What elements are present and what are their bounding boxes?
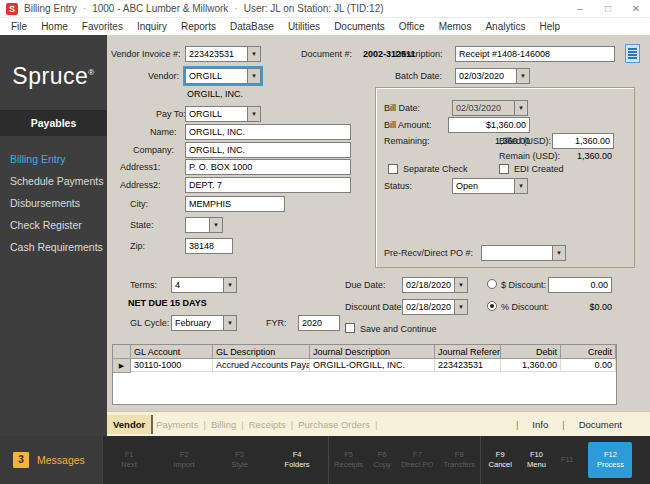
address2-field[interactable]: DEPT. 7 <box>185 177 351 193</box>
menu-item-inquiry[interactable]: Inquiry <box>130 21 174 32</box>
dropdown-arrow-icon[interactable]: ▼ <box>552 246 565 260</box>
batch-date-combo[interactable]: 02/03/2020▼ <box>455 68 530 84</box>
cell-journal-reference[interactable]: 223423531 <box>435 359 501 372</box>
discount-date-combo[interactable]: 02/18/2020▼ <box>402 299 468 315</box>
f1-next-button[interactable]: F1Next <box>121 450 136 470</box>
f11-button[interactable]: F11 <box>561 455 573 465</box>
menu-item-file[interactable]: File <box>4 21 34 32</box>
zip-field[interactable]: 38148 <box>185 238 233 254</box>
column-header-gl-description[interactable]: GL Description <box>213 345 310 359</box>
vendor-full-name: ORGILL, INC. <box>187 89 243 99</box>
cell-gl-account[interactable]: 30110-1000 <box>131 359 213 372</box>
column-header-journal-reference[interactable]: Journal Reference <box>435 345 501 359</box>
menu-item-utilities[interactable]: Utilities <box>281 21 327 32</box>
menu-item-favorites[interactable]: Favorites <box>75 21 130 32</box>
fyr-field[interactable]: 2020 <box>298 315 340 331</box>
f10-menu-button[interactable]: F10Menu <box>527 450 546 470</box>
tab-document[interactable]: Document <box>579 419 622 430</box>
billed-usd-field[interactable]: 1,360.00 <box>552 133 614 149</box>
menu-item-documents[interactable]: Documents <box>327 21 392 32</box>
gl-cycle-combo[interactable]: February▼ <box>171 315 237 331</box>
address1-label: Address1: <box>120 162 161 172</box>
city-field[interactable]: MEMPHIS <box>185 196 285 212</box>
column-header-journal-description[interactable]: Journal Description <box>310 345 435 359</box>
tab-payments[interactable]: Payments <box>153 419 201 430</box>
dollar-discount-radio[interactable] <box>487 279 497 289</box>
sidebar-item-cash-requirements[interactable]: Cash Requirements <box>0 236 107 258</box>
messages-panel[interactable]: 3 Messages <box>0 436 102 484</box>
f2-import-button[interactable]: F2Import <box>173 450 194 470</box>
registered-mark: ® <box>88 68 94 77</box>
zip-label: Zip: <box>130 241 145 251</box>
dropdown-arrow-icon[interactable]: ▼ <box>514 179 527 193</box>
bill-amount-field[interactable]: $1,360.00 <box>448 117 530 133</box>
messages-count-badge[interactable]: 3 <box>13 452 29 468</box>
tab-billing[interactable]: Billing <box>208 419 239 430</box>
table-row[interactable]: ▶ 30110-1000 Accrued Accounts Payable OR… <box>113 359 616 373</box>
vendor-invoice-combo[interactable]: 223423531▼ <box>185 46 261 62</box>
sidebar-item-disbursements[interactable]: Disbursements <box>0 192 107 214</box>
gl-cycle-label: GL Cycle: <box>130 318 169 328</box>
f3-style-button[interactable]: F3Style <box>231 450 248 470</box>
name-field[interactable]: ORGILL, INC. <box>185 124 351 140</box>
separate-check-checkbox[interactable] <box>388 164 398 174</box>
vendor-combo[interactable]: ORGILL▼ <box>185 68 261 84</box>
tab-purchase-orders[interactable]: Purchase Orders <box>295 419 373 430</box>
pre-recv-combo[interactable]: ▼ <box>481 245 566 261</box>
company-field[interactable]: ORGILL, INC. <box>185 142 351 158</box>
dropdown-arrow-icon[interactable]: ▼ <box>454 300 467 314</box>
menu-item-home[interactable]: Home <box>34 21 75 32</box>
menu-item-reports[interactable]: Reports <box>174 21 223 32</box>
f6-copy-button[interactable]: F6Copy <box>373 450 391 470</box>
dropdown-arrow-icon[interactable]: ▼ <box>223 278 236 292</box>
f12-process-button[interactable]: F12Process <box>588 442 632 478</box>
dropdown-arrow-icon[interactable]: ▼ <box>454 278 467 292</box>
close-icon[interactable]: ✕ <box>622 0 650 18</box>
dropdown-arrow-icon[interactable]: ▼ <box>247 69 260 83</box>
column-header-debit[interactable]: Debit <box>501 345 561 359</box>
minimize-icon[interactable]: – <box>566 0 594 18</box>
f9-cancel-button[interactable]: F9Cancel <box>489 450 512 470</box>
description-field[interactable]: Receipt #1408-146008 <box>455 46 615 62</box>
document-list-icon[interactable] <box>625 44 640 63</box>
tab-vendor[interactable]: Vendor <box>107 415 153 434</box>
batch-date-label: Batch Date: <box>395 71 442 81</box>
dollar-discount-field[interactable]: 0.00 <box>548 277 612 293</box>
menu-item-help[interactable]: Help <box>532 21 567 32</box>
f4-folders-button[interactable]: F4Folders <box>285 450 310 470</box>
state-combo[interactable]: ▼ <box>185 217 223 233</box>
dropdown-arrow-icon[interactable]: ▼ <box>223 316 236 330</box>
dropdown-arrow-icon[interactable]: ▼ <box>516 69 529 83</box>
cell-gl-description[interactable]: Accrued Accounts Payable <box>213 359 310 372</box>
due-date-combo[interactable]: 02/18/2020▼ <box>402 277 468 293</box>
status-combo[interactable]: Open▼ <box>452 178 528 194</box>
menu-item-office[interactable]: Office <box>392 21 432 32</box>
pay-to-combo[interactable]: ORGILL▼ <box>185 106 261 122</box>
dropdown-arrow-icon[interactable]: ▼ <box>247 47 260 61</box>
cell-credit[interactable]: 0.00 <box>561 359 616 372</box>
address1-field[interactable]: P. O. BOX 1000 <box>185 159 351 175</box>
menu-item-database[interactable]: DataBase <box>223 21 281 32</box>
cell-debit[interactable]: 1,360.00 <box>501 359 561 372</box>
f7-direct-po-button[interactable]: F7Direct PO <box>401 450 434 470</box>
column-header-gl-account[interactable]: GL Account <box>131 345 213 359</box>
sidebar-item-billing-entry[interactable]: Billing Entry <box>0 148 107 170</box>
f5-receipts-button[interactable]: F5Receipts <box>334 450 363 470</box>
dropdown-arrow-icon[interactable]: ▼ <box>247 107 260 121</box>
percent-discount-radio[interactable] <box>487 301 497 311</box>
sidebar-item-schedule-payments[interactable]: Schedule Payments <box>0 170 107 192</box>
window-title-user: User: JL on Station: JL (TID:12) <box>244 3 384 14</box>
dropdown-arrow-icon[interactable]: ▼ <box>209 218 222 232</box>
terms-combo[interactable]: 4▼ <box>171 277 237 293</box>
sidebar-item-check-register[interactable]: Check Register <box>0 214 107 236</box>
f8-transfers-button[interactable]: F8Transfers <box>444 450 475 470</box>
save-continue-checkbox[interactable] <box>345 323 355 333</box>
cell-journal-description[interactable]: ORGILL-ORGILL, INC. <box>310 359 435 372</box>
tab-info[interactable]: Info <box>532 419 548 430</box>
menu-item-analytics[interactable]: Analytics <box>478 21 532 32</box>
tab-receipts[interactable]: Receipts <box>246 419 289 430</box>
maximize-icon[interactable]: □ <box>594 0 622 18</box>
menu-item-memos[interactable]: Memos <box>432 21 479 32</box>
edi-created-checkbox[interactable] <box>499 164 509 174</box>
column-header-credit[interactable]: Credit <box>561 345 616 359</box>
